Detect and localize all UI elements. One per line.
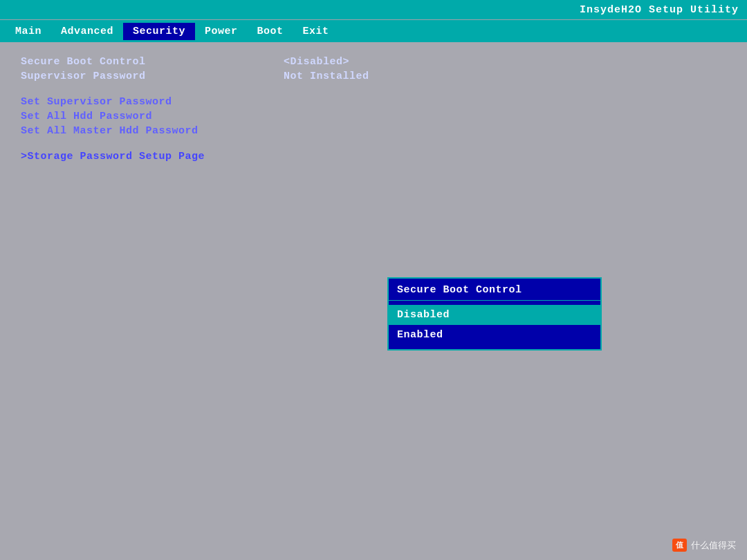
dropdown-options: Disabled Enabled — [389, 301, 600, 349]
storage-password-setup-page[interactable]: >Storage Password Setup Page — [21, 151, 726, 162]
menu-item-exit[interactable]: Exit — [293, 23, 339, 40]
supervisor-password-row: Supervisor Password Not Installed — [21, 71, 726, 82]
set-all-hdd-password[interactable]: Set All Hdd Password — [21, 111, 726, 122]
set-supervisor-password[interactable]: Set Supervisor Password — [21, 96, 726, 108]
dropdown-title: Secure Boot Control — [389, 279, 600, 301]
menu-item-main[interactable]: Main — [6, 23, 51, 40]
utility-title: InsydeH2O Setup Utility — [580, 4, 739, 16]
watermark: 值 什么值得买 — [672, 539, 736, 552]
watermark-text: 什么值得买 — [691, 539, 736, 552]
dropdown-option-disabled[interactable]: Disabled — [389, 305, 600, 325]
menu-item-advanced[interactable]: Advanced — [51, 23, 123, 40]
utility-bar: InsydeH2O Setup Utility — [0, 0, 747, 19]
menu-item-security[interactable]: Security — [123, 23, 195, 40]
dropdown-popup: Secure Boot Control Disabled Enabled — [387, 277, 602, 351]
supervisor-value: Not Installed — [284, 71, 369, 82]
menu-item-boot[interactable]: Boot — [248, 23, 293, 40]
watermark-logo: 值 — [672, 539, 687, 552]
menu-bar: Main Advanced Security Power Boot Exit — [0, 20, 747, 42]
secure-boot-row: Secure Boot Control <Disabled> — [21, 56, 726, 68]
dropdown-option-enabled[interactable]: Enabled — [389, 325, 600, 345]
secure-boot-value[interactable]: <Disabled> — [284, 56, 349, 68]
content-area: Secure Boot Control <Disabled> Superviso… — [0, 42, 747, 560]
menu-item-power[interactable]: Power — [195, 23, 248, 40]
set-all-master-hdd-password[interactable]: Set All Master Hdd Password — [21, 125, 726, 137]
secure-boot-label: Secure Boot Control — [21, 56, 284, 68]
supervisor-label: Supervisor Password — [21, 71, 284, 82]
